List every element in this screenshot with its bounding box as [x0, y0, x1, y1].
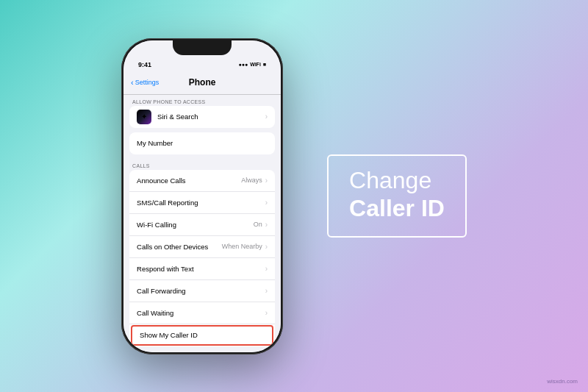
announce-value: Always: [241, 177, 262, 184]
back-label: Settings: [135, 79, 159, 86]
phone-inner: 9:41 ●●● WiFi ■ ‹ Settings Phone: [123, 40, 281, 352]
announce-chevron-icon: ›: [265, 177, 268, 185]
settings-row-wifi-calling[interactable]: Wi-Fi Calling On ›: [129, 214, 275, 236]
battery-icon: ■: [263, 62, 266, 67]
forwarding-label: Call Forwarding: [137, 287, 265, 295]
siri-label: Siri & Search: [157, 113, 265, 121]
signal-icon: ●●●: [238, 62, 248, 67]
right-panel: Change Caller ID: [327, 154, 467, 237]
title-box: Change Caller ID: [327, 154, 467, 237]
settings-row-siri[interactable]: ✦ Siri & Search ›: [129, 106, 275, 128]
nav-bar: ‹ Settings Phone: [123, 71, 281, 95]
settings-content: ALLOW PHONE TO ACCESS ✦ Siri & Search ›: [123, 95, 281, 351]
phone-mockup: 9:41 ●●● WiFi ■ ‹ Settings Phone: [121, 38, 283, 354]
wifi-icon: WiFi: [250, 62, 261, 67]
title-callerid: Caller ID: [349, 196, 445, 221]
forwarding-chevron-icon: ›: [265, 287, 268, 295]
wifi-calling-chevron-icon: ›: [265, 221, 268, 229]
section-header-calls: CALLS: [123, 159, 281, 170]
status-icons: ●●● WiFi ■: [238, 62, 266, 67]
status-time: 9:41: [138, 61, 151, 68]
phone-notch: [173, 40, 232, 55]
wifi-calling-label: Wi-Fi Calling: [137, 221, 254, 229]
siri-icon: ✦: [137, 110, 151, 124]
sms-chevron-icon: ›: [265, 199, 268, 207]
settings-row-forwarding[interactable]: Call Forwarding ›: [129, 280, 275, 302]
settings-group-mynumber: My Number: [129, 132, 275, 154]
callerid-label: Show My Caller ID: [140, 331, 265, 339]
settings-group-calls: Announce Calls Always › SMS/Call Reporti…: [129, 170, 275, 346]
siri-chevron-icon: ›: [265, 113, 268, 121]
respond-chevron-icon: ›: [265, 265, 268, 273]
sms-label: SMS/Call Reporting: [137, 199, 265, 207]
back-button[interactable]: ‹ Settings: [131, 78, 159, 87]
nav-title: Phone: [189, 77, 216, 88]
waiting-chevron-icon: ›: [265, 309, 268, 317]
wifi-calling-value: On: [254, 221, 262, 228]
settings-row-callerid[interactable]: Show My Caller ID: [131, 325, 273, 346]
other-devices-chevron-icon: ›: [265, 243, 268, 251]
other-devices-value: When Nearby: [222, 243, 262, 250]
settings-row-mynumber[interactable]: My Number: [129, 132, 275, 154]
back-chevron-icon: ‹: [131, 78, 134, 87]
watermark: wisxdn.com: [547, 378, 578, 385]
settings-row-waiting[interactable]: Call Waiting ›: [129, 302, 275, 324]
waiting-label: Call Waiting: [137, 309, 265, 317]
other-devices-label: Calls on Other Devices: [137, 243, 222, 251]
phone-screen: 9:41 ●●● WiFi ■ ‹ Settings Phone: [123, 40, 281, 352]
announce-label: Announce Calls: [137, 177, 241, 185]
title-change: Change: [349, 168, 445, 193]
section-header-allow: ALLOW PHONE TO ACCESS: [123, 95, 281, 106]
settings-row-announce[interactable]: Announce Calls Always ›: [129, 170, 275, 192]
settings-group-allow: ✦ Siri & Search ›: [129, 106, 275, 128]
settings-row-sms[interactable]: SMS/Call Reporting ›: [129, 192, 275, 214]
settings-row-other-devices[interactable]: Calls on Other Devices When Nearby ›: [129, 236, 275, 258]
mynumber-label: My Number: [137, 139, 268, 147]
scene: 9:41 ●●● WiFi ■ ‹ Settings Phone: [0, 0, 588, 392]
status-bar: 9:41 ●●● WiFi ■: [123, 58, 281, 71]
respond-label: Respond with Text: [137, 265, 265, 273]
settings-row-respond[interactable]: Respond with Text ›: [129, 258, 275, 280]
